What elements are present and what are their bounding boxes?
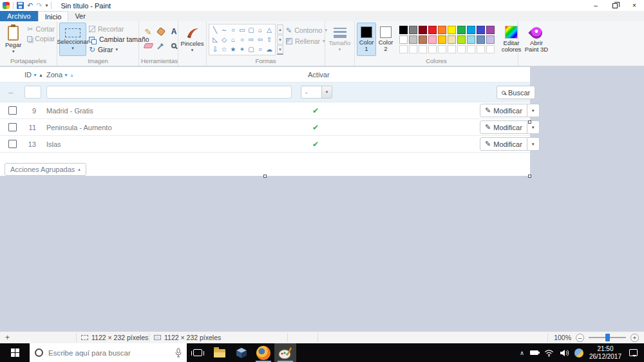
modify-dropdown-button[interactable]: ▼ bbox=[527, 137, 540, 151]
shape-icon[interactable]: ▢ bbox=[247, 25, 256, 35]
palette-color-cell[interactable] bbox=[467, 35, 475, 44]
row-checkbox[interactable] bbox=[8, 106, 17, 115]
palette-color-cell[interactable] bbox=[399, 26, 408, 34]
paint-workspace[interactable]: ID ▼ ▲ Zona ▼ ▲ Activar -- - bbox=[0, 66, 644, 331]
row-checkbox[interactable] bbox=[8, 123, 17, 131]
undo-icon[interactable]: ↶ bbox=[27, 2, 33, 9]
sort-up-icon[interactable]: ▲ bbox=[70, 73, 74, 77]
brushes-button[interactable]: Pinceles ▾ bbox=[178, 23, 207, 56]
taskbar-search-box[interactable] bbox=[30, 343, 187, 362]
minimize-button[interactable]: – bbox=[586, 0, 605, 11]
palette-empty-cell[interactable] bbox=[477, 45, 485, 53]
id-filter-input[interactable] bbox=[24, 86, 41, 99]
eraser-tool-icon[interactable] bbox=[143, 43, 153, 48]
activar-filter-select[interactable]: - ▼ bbox=[301, 86, 332, 99]
palette-color-cell[interactable] bbox=[486, 26, 495, 34]
customize-qat-icon[interactable]: ▾ bbox=[45, 3, 48, 8]
palette-empty-cell[interactable] bbox=[419, 45, 427, 53]
selection-handle-bottom[interactable] bbox=[263, 175, 267, 178]
task-view-button[interactable] bbox=[187, 343, 209, 362]
text-tool-icon[interactable]: A bbox=[171, 27, 177, 36]
palette-color-cell[interactable] bbox=[486, 35, 495, 44]
shape-icon[interactable]: ⌂ bbox=[256, 25, 265, 35]
zoom-slider-thumb[interactable] bbox=[605, 334, 610, 341]
selection-handle-right[interactable] bbox=[528, 120, 531, 124]
selection-handle-bottom-right[interactable] bbox=[528, 175, 531, 178]
microphone-icon[interactable] bbox=[175, 348, 182, 357]
palette-color-cell[interactable] bbox=[409, 35, 417, 44]
virtualbox-button[interactable] bbox=[231, 343, 252, 362]
shape-icon[interactable]: ○ bbox=[238, 35, 247, 44]
eyedropper-tool-icon[interactable] bbox=[156, 41, 166, 50]
speaker-icon[interactable] bbox=[560, 349, 569, 357]
tab-ver[interactable]: Ver bbox=[68, 11, 92, 21]
shape-icon[interactable]: △ bbox=[265, 25, 274, 35]
palette-color-cell[interactable] bbox=[419, 26, 427, 34]
redo-icon[interactable]: ↷ bbox=[36, 2, 42, 9]
palette-color-cell[interactable] bbox=[457, 26, 466, 34]
shapes-more-icon[interactable]: ▼ bbox=[277, 45, 283, 55]
magnifier-tool-icon[interactable] bbox=[171, 43, 176, 48]
shape-icon[interactable]: ⇦ bbox=[256, 35, 265, 44]
palette-color-cell[interactable] bbox=[428, 35, 437, 44]
palette-color-cell[interactable] bbox=[448, 35, 456, 44]
fill-shape-button[interactable]: Rellenar ▾ bbox=[286, 37, 327, 45]
shape-icon[interactable]: ○ bbox=[256, 44, 265, 54]
palette-empty-cell[interactable] bbox=[399, 45, 408, 53]
palette-color-cell[interactable] bbox=[409, 26, 417, 34]
palette-color-cell[interactable] bbox=[477, 26, 485, 34]
start-button[interactable] bbox=[0, 343, 30, 362]
shape-icon[interactable]: ✶ bbox=[238, 44, 247, 54]
tab-archivo[interactable]: Archivo bbox=[0, 11, 38, 21]
cut-button[interactable]: ✂ Cortar bbox=[27, 25, 55, 33]
zona-filter-input[interactable] bbox=[46, 86, 292, 99]
shape-icon[interactable]: ◇ bbox=[220, 35, 229, 44]
palette-empty-cell[interactable] bbox=[457, 45, 466, 53]
column-header-zona[interactable]: Zona ▼ ▲ bbox=[46, 71, 74, 79]
shape-icon[interactable]: ⇩ bbox=[211, 44, 220, 54]
group-actions-button[interactable]: Acciones Agrupadas ▴ bbox=[5, 163, 86, 176]
color1-button[interactable]: Color 1 bbox=[357, 23, 376, 56]
pencil-tool-icon[interactable]: ✎ bbox=[145, 28, 152, 36]
shape-icon[interactable]: ⇧ bbox=[265, 35, 274, 44]
shape-icon[interactable]: ▢ bbox=[247, 44, 256, 54]
palette-color-cell[interactable] bbox=[399, 35, 408, 44]
sort-down-icon[interactable]: ▼ bbox=[33, 73, 37, 77]
modify-dropdown-button[interactable]: ▼ bbox=[527, 104, 540, 117]
shape-icon[interactable]: ▭ bbox=[238, 25, 247, 35]
onedrive-icon[interactable] bbox=[574, 348, 583, 357]
size-button[interactable]: Tamaño ▾ bbox=[326, 23, 354, 56]
palette-color-cell[interactable] bbox=[419, 35, 427, 44]
palette-empty-cell[interactable] bbox=[428, 45, 437, 53]
row-checkbox[interactable] bbox=[8, 140, 17, 148]
zoom-slider[interactable] bbox=[589, 337, 626, 338]
palette-empty-cell[interactable] bbox=[409, 45, 417, 53]
palette-empty-cell[interactable] bbox=[467, 45, 475, 53]
palette-color-cell[interactable] bbox=[457, 35, 466, 44]
wifi-icon[interactable] bbox=[544, 349, 554, 357]
sort-up-icon[interactable]: ▲ bbox=[39, 73, 43, 77]
palette-color-cell[interactable] bbox=[448, 26, 456, 34]
shape-icon[interactable]: ◺ bbox=[211, 35, 220, 44]
open-paint3d-button[interactable]: Abrir Paint 3D bbox=[520, 23, 553, 56]
firefox-button[interactable] bbox=[252, 343, 274, 362]
color2-button[interactable]: Color 2 bbox=[376, 23, 395, 56]
shapes-scroll-down-icon[interactable]: ▼ bbox=[277, 35, 283, 44]
shape-icon[interactable]: ⌂ bbox=[229, 35, 238, 44]
palette-color-cell[interactable] bbox=[477, 35, 485, 44]
palette-color-cell[interactable] bbox=[428, 26, 437, 34]
sort-down-icon[interactable]: ▼ bbox=[64, 73, 68, 77]
search-button[interactable]: Buscar bbox=[497, 86, 535, 99]
column-header-id[interactable]: ID ▼ ▲ bbox=[24, 71, 43, 79]
paste-button[interactable]: Pegar ▾ bbox=[2, 23, 24, 56]
palette-color-cell[interactable] bbox=[438, 26, 446, 34]
save-icon[interactable] bbox=[17, 2, 24, 9]
palette-color-cell[interactable] bbox=[438, 35, 446, 44]
modify-button[interactable]: ✎ Modificar bbox=[480, 137, 527, 151]
copy-button[interactable]: Copiar bbox=[27, 35, 55, 43]
paint-taskbar-button[interactable] bbox=[274, 343, 296, 362]
close-button[interactable]: × bbox=[625, 0, 644, 11]
zoom-in-button[interactable]: + bbox=[630, 334, 639, 342]
shape-icon[interactable]: ☆ bbox=[220, 44, 229, 54]
action-center-icon[interactable] bbox=[629, 349, 638, 356]
